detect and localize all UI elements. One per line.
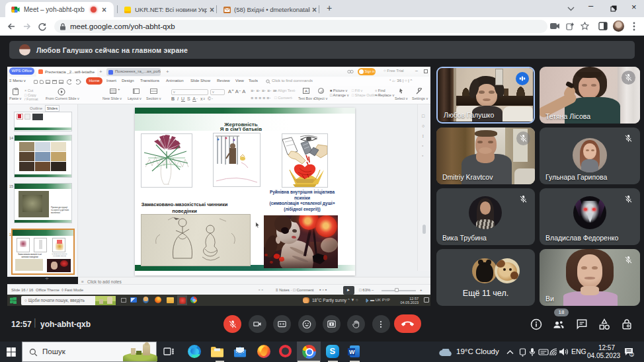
svg-text:1: 1 — [631, 353, 633, 357]
